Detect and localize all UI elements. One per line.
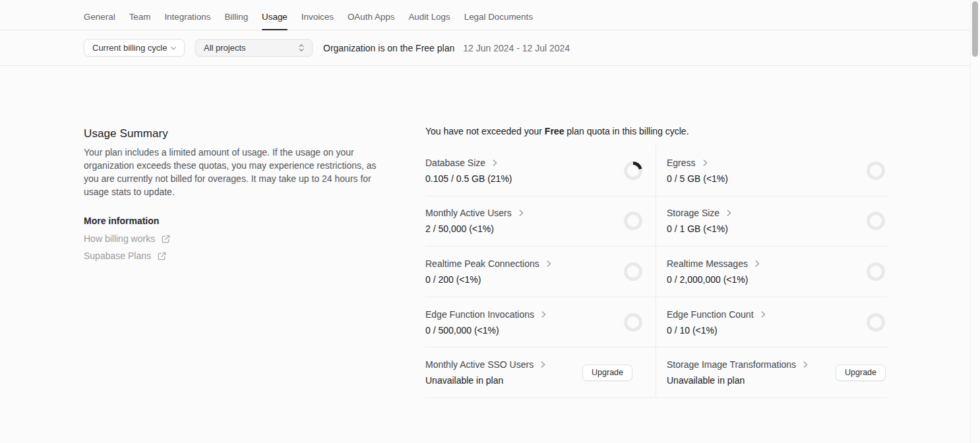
tab-audit-logs[interactable]: Audit Logs [408,4,450,30]
usage-item-label: Monthly Active Users [425,208,512,218]
usage-item-label: Database Size [425,158,485,168]
usage-filter-bar: Current billing cycle All projects Organ… [0,30,980,66]
usage-item-link-realtime-messages[interactable]: Realtime Messages [667,258,762,269]
projects-select-value: All projects [204,43,246,53]
quota-status-plan: Free [545,126,565,136]
usage-item-label: Edge Function Invocations [425,309,534,320]
chevron-right-icon [700,158,710,167]
usage-item-value: 0 / 5 GB (<1%) [667,173,728,184]
usage-item-text: Storage Size0 / 1 GB (<1%) [667,208,733,234]
tab-legal-documents[interactable]: Legal Documents [464,4,533,30]
usage-progress-ring [623,161,643,181]
quota-status-suffix: plan quota in this billing cycle. [564,126,689,136]
usage-item-value: 0 / 200 (<1%) [425,274,553,285]
usage-summary-section: Usage Summary Your plan includes a limit… [84,127,381,261]
usage-summary-description: Your plan includes a limited amount of u… [84,146,381,198]
plan-status-line: Organization is on the Free plan 12 Jun … [323,43,570,53]
usage-grid-row: Edge Function Invocations0 / 500,000 (<1… [425,297,888,348]
usage-item-realtime-peak-connections: Realtime Peak Connections0 / 200 (<1%) [425,247,656,297]
scrollbar-track[interactable] [970,0,980,443]
tab-integrations[interactable]: Integrations [164,4,210,30]
chevron-down-icon [169,44,178,53]
usage-item-label: Storage Size [667,208,720,218]
usage-item-edge-function-invocations: Edge Function Invocations0 / 500,000 (<1… [425,297,656,347]
usage-item-edge-function-count: Edge Function Count0 / 10 (<1%) [656,297,888,347]
settings-tab-bar: GeneralTeamIntegrationsBillingUsageInvoi… [0,0,980,30]
usage-item-text: Egress0 / 5 GB (<1%) [667,158,728,184]
usage-item-text: Realtime Messages0 / 2,000,000 (<1%) [667,258,762,285]
usage-progress-ring [623,262,643,281]
usage-item-text: Realtime Peak Connections0 / 200 (<1%) [425,258,553,285]
usage-item-value: Unavailable in plan [667,375,810,386]
usage-progress-ring [866,211,886,231]
more-information-heading: More information [84,216,381,226]
usage-item-text: Monthly Active Users2 / 50,000 (<1%) [425,208,526,234]
usage-item-link-edge-function-count[interactable]: Edge Function Count [667,309,768,320]
chevron-right-icon [539,310,548,319]
usage-item-link-monthly-active-users[interactable]: Monthly Active Users [425,208,526,218]
usage-item-realtime-messages: Realtime Messages0 / 2,000,000 (<1%) [656,247,888,297]
usage-item-link-edge-function-invocations[interactable]: Edge Function Invocations [425,309,548,320]
upgrade-button[interactable]: Upgrade [582,365,632,381]
chevron-right-icon [801,360,810,369]
chevron-right-icon [538,360,547,369]
usage-item-monthly-active-sso-users: Monthly Active SSO UsersUnavailable in p… [425,347,656,398]
quota-status-line: You have not exceeded your Free plan quo… [425,126,689,136]
usage-item-egress: Egress0 / 5 GB (<1%) [656,146,888,196]
usage-grid-row: Database Size0.105 / 0.5 GB (21%)Egress0… [425,146,888,196]
usage-item-label: Edge Function Count [667,309,754,320]
usage-item-link-egress[interactable]: Egress [667,158,728,168]
usage-item-label: Realtime Messages [667,258,748,269]
usage-item-link-storage-image-transformations[interactable]: Storage Image Transformations [667,359,810,370]
page-title: Usage Summary [84,127,381,140]
billing-cycle-select[interactable]: Current billing cycle [84,39,185,57]
usage-item-text: Storage Image TransformationsUnavailable… [667,359,810,386]
usage-progress-ring [866,161,886,181]
usage-item-text: Edge Function Count0 / 10 (<1%) [667,309,768,336]
chevrons-up-down-icon [297,43,306,53]
usage-item-text: Database Size0.105 / 0.5 GB (21%) [425,158,512,184]
tab-oauth-apps[interactable]: OAuth Apps [348,4,394,30]
external-link-icon [157,251,167,261]
usage-item-text: Edge Function Invocations0 / 500,000 (<1… [425,309,548,336]
link-how-billing-works[interactable]: How billing works [84,233,381,244]
usage-item-link-realtime-peak-connections[interactable]: Realtime Peak Connections [425,258,553,269]
usage-progress-ring [866,312,886,332]
usage-grid-row: Realtime Peak Connections0 / 200 (<1%)Re… [425,247,888,297]
link-supabase-plans[interactable]: Supabase Plans [84,251,381,261]
usage-item-value: 2 / 50,000 (<1%) [425,223,526,234]
usage-progress-ring [623,312,643,332]
projects-select[interactable]: All projects [195,39,313,57]
usage-progress-ring [623,211,643,231]
upgrade-button[interactable]: Upgrade [836,365,886,381]
usage-item-link-storage-size[interactable]: Storage Size [667,208,733,218]
quota-status-prefix: You have not exceeded your [425,126,545,136]
usage-item-link-monthly-active-sso-users[interactable]: Monthly Active SSO Users [425,359,547,370]
usage-item-database-size: Database Size0.105 / 0.5 GB (21%) [425,146,656,196]
chevron-right-icon [724,208,733,218]
chevron-right-icon [516,208,526,218]
usage-item-label: Realtime Peak Connections [425,258,539,269]
tab-invoices[interactable]: Invoices [301,4,334,30]
usage-item-value: 0 / 2,000,000 (<1%) [667,274,762,285]
billing-cycle-value: Current billing cycle [92,43,167,53]
tab-general[interactable]: General [84,4,115,30]
usage-metrics-grid: Database Size0.105 / 0.5 GB (21%)Egress0… [425,146,888,398]
usage-item-value: Unavailable in plan [425,375,547,386]
chevron-right-icon [758,310,768,319]
usage-item-storage-image-transformations: Storage Image TransformationsUnavailable… [656,347,888,398]
scrollbar-thumb[interactable] [972,1,978,57]
chevron-right-icon [544,259,553,268]
link-label: How billing works [84,233,155,244]
usage-item-value: 0 / 500,000 (<1%) [425,325,548,336]
usage-item-link-database-size[interactable]: Database Size [425,158,512,168]
tab-team[interactable]: Team [129,4,151,30]
usage-item-value: 0 / 10 (<1%) [667,325,768,336]
chevron-right-icon [490,158,499,167]
chevron-right-icon [752,259,762,268]
tab-usage[interactable]: Usage [262,4,288,30]
tab-billing[interactable]: Billing [224,4,248,30]
grid-column-divider [656,146,656,398]
usage-grid-row: Monthly Active Users2 / 50,000 (<1%)Stor… [425,196,888,247]
usage-item-label: Monthly Active SSO Users [425,359,534,370]
